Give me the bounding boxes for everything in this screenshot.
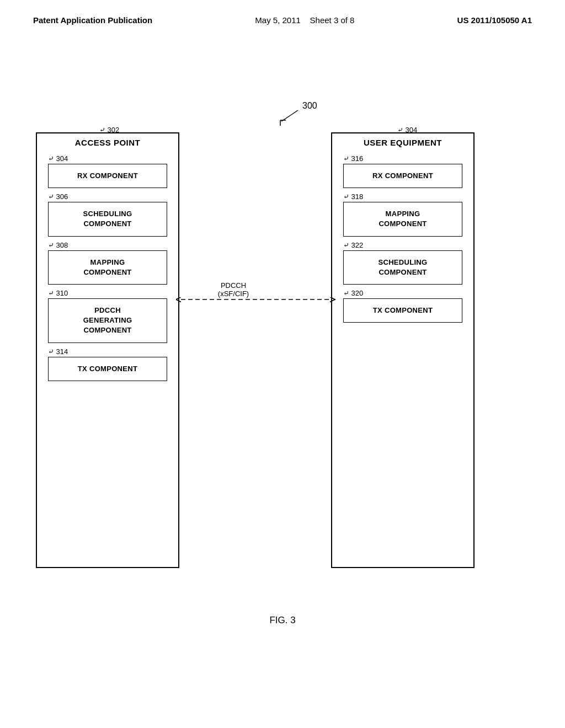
pdcch-label: PDCCH (xSF/CIF) <box>198 281 269 298</box>
ue-map-wrapper: ⤶ 318 MAPPINGCOMPONENT <box>332 192 473 236</box>
ap-rx-wrapper: ⤶ 304 RX COMPONENT <box>37 154 178 188</box>
ap-tx-ref: ⤶ 314 <box>48 347 178 356</box>
page-header: Patent Application Publication May 5, 20… <box>0 0 565 25</box>
ue-rx-component: RX COMPONENT <box>343 164 462 188</box>
ap-tx-component: TX COMPONENT <box>48 357 167 381</box>
ap-sched-wrapper: ⤶ 306 SCHEDULINGCOMPONENT <box>37 192 178 236</box>
ue-tx-component: TX COMPONENT <box>343 298 462 323</box>
svg-line-0 <box>281 110 298 121</box>
ap-sched-ref: ⤶ 306 <box>48 192 178 201</box>
ue-rx-wrapper: ⤶ 316 RX COMPONENT <box>332 154 473 188</box>
ap-box-title: ACCESS POINT <box>37 133 178 152</box>
ap-components: ⤶ 304 RX COMPONENT ⤶ 306 SCHEDULINGCOMPO… <box>37 152 178 381</box>
header-sheet: Sheet 3 of 8 <box>310 15 355 25</box>
header-date: May 5, 2011 <box>255 15 301 25</box>
ap-rx-ref: ⤶ 304 <box>48 154 178 163</box>
header-right: US 2011/105050 A1 <box>457 15 532 25</box>
ap-map-ref: ⤶ 308 <box>48 241 178 249</box>
ue-map-ref: ⤶ 318 <box>343 192 473 201</box>
ue-rx-ref: ⤶ 316 <box>343 154 473 163</box>
ap-pdcch-gen-wrapper: ⤶ 310 PDCCHGENERATINGCOMPONENT <box>37 289 178 343</box>
ue-box-title: USER EQUIPMENT <box>332 133 473 152</box>
ap-map-wrapper: ⤶ 308 MAPPINGCOMPONENT <box>37 241 178 285</box>
pdcch-sublabel-text: (xSF/CIF) <box>198 290 269 298</box>
ap-pdcch-generating-component: PDCCHGENERATINGCOMPONENT <box>48 298 167 343</box>
ap-scheduling-component: SCHEDULINGCOMPONENT <box>48 202 167 236</box>
ap-mapping-component: MAPPINGCOMPONENT <box>48 250 167 285</box>
diagram-area: 300 ACCESS POINT ⤶ 304 RX COMPONENT ⤶ 30… <box>0 36 565 670</box>
ap-rx-component: RX COMPONENT <box>48 164 167 188</box>
ap-box: ACCESS POINT ⤶ 304 RX COMPONENT ⤶ 306 SC… <box>36 132 179 568</box>
ue-mapping-component: MAPPINGCOMPONENT <box>343 202 462 236</box>
ref-300: 300 <box>302 101 317 111</box>
ap-box-ref: ⤶ 302 <box>99 126 119 134</box>
pdcch-label-text: PDCCH <box>198 281 269 290</box>
ue-box: USER EQUIPMENT ⤶ 316 RX COMPONENT ⤶ 318 … <box>331 132 475 568</box>
fig-label: FIG. 3 <box>269 615 295 626</box>
header-center: May 5, 2011 Sheet 3 of 8 <box>255 15 354 25</box>
ap-pdcch-gen-ref: ⤶ 310 <box>48 289 178 297</box>
ue-box-ref: ⤶ 304 <box>397 126 417 134</box>
ue-sched-wrapper: ⤶ 322 SCHEDULINGCOMPONENT <box>332 241 473 285</box>
ue-scheduling-component: SCHEDULINGCOMPONENT <box>343 250 462 285</box>
ue-tx-ref: ⤶ 320 <box>343 289 473 297</box>
ue-tx-wrapper: ⤶ 320 TX COMPONENT <box>332 289 473 323</box>
header-left: Patent Application Publication <box>33 15 152 25</box>
ue-sched-ref: ⤶ 322 <box>343 241 473 249</box>
ue-components: ⤶ 316 RX COMPONENT ⤶ 318 MAPPINGCOMPONEN… <box>332 152 473 323</box>
ap-tx-wrapper: ⤶ 314 TX COMPONENT <box>37 347 178 381</box>
